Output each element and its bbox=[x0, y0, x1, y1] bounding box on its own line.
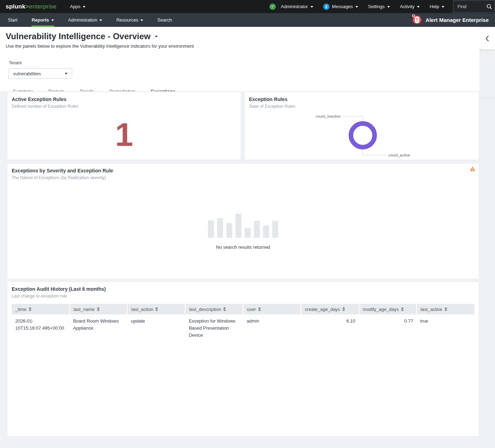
nav-item-administration-label: Administration bbox=[68, 17, 97, 23]
chevron-left-icon bbox=[485, 35, 489, 42]
callout-line bbox=[363, 149, 386, 155]
panel-title: Active Exception Rules bbox=[7, 92, 241, 102]
caret-down-icon bbox=[51, 19, 54, 21]
panel-title: Exceptions by Severity and Exception Rul… bbox=[7, 164, 479, 173]
panel-active-exception-rules: Active Exception Rules Defined number of… bbox=[7, 92, 241, 160]
empty-chart-icon bbox=[208, 214, 278, 238]
find-input[interactable] bbox=[453, 4, 484, 9]
nav-item-search[interactable]: Search bbox=[157, 13, 172, 27]
warning-triangle-icon[interactable] bbox=[470, 166, 475, 173]
settings-menu[interactable]: Settings bbox=[363, 0, 395, 13]
caret-down-icon bbox=[387, 6, 390, 8]
app-identity[interactable]: Alert Manager Enterprise bbox=[412, 13, 489, 27]
column-header-time[interactable]: _time bbox=[12, 304, 70, 314]
caret-down-icon bbox=[99, 19, 102, 21]
logo-product-text: enterprise bbox=[29, 3, 57, 10]
collapse-panel-button[interactable] bbox=[479, 28, 495, 49]
panel-exception-audit-history: Exception Audit History (Last 6 months) … bbox=[7, 282, 479, 437]
cell-last-description: Exception for Windows Based Presentation… bbox=[185, 314, 243, 342]
caret-down-icon bbox=[140, 19, 143, 21]
page-header: Vulnerability Intelligence - Overview Us… bbox=[0, 27, 479, 99]
alert-manager-logo-icon bbox=[412, 14, 422, 26]
cell-last-name: Board Room Windows Appliance bbox=[70, 314, 128, 342]
callout-line bbox=[343, 116, 363, 121]
sort-icon bbox=[342, 307, 345, 311]
activity-menu-label: Activity bbox=[400, 4, 414, 9]
title-menu-caret-icon[interactable] bbox=[155, 36, 158, 37]
logo-gt-text: > bbox=[25, 3, 29, 10]
cell-user: admin bbox=[243, 314, 301, 342]
nav-item-administration[interactable]: Administration bbox=[68, 13, 102, 27]
donut-chart: count_inactive count_active bbox=[245, 106, 479, 160]
panel-subtitle: Last change to exception rule bbox=[7, 292, 479, 299]
caret-down-icon bbox=[442, 6, 444, 8]
health-check-icon[interactable]: ✓ bbox=[269, 4, 276, 10]
nav-item-resources-label: Resources bbox=[116, 17, 138, 23]
panel-subtitle: Defined number of Exception Rules bbox=[7, 102, 241, 109]
column-header-user[interactable]: user bbox=[243, 304, 301, 314]
cell-create-age-days: 6.10 bbox=[301, 314, 359, 342]
help-menu[interactable]: Help bbox=[425, 0, 449, 13]
logo-splunk-text: splunk bbox=[6, 3, 25, 10]
sort-icon bbox=[401, 307, 404, 311]
column-header-last-description[interactable]: last_description bbox=[185, 304, 243, 314]
panel-title: Exception Audit History (Last 6 months) bbox=[7, 282, 479, 292]
tenant-select-value: vulnerabilities bbox=[13, 71, 41, 76]
administrator-menu[interactable]: Administrator bbox=[276, 0, 318, 13]
column-header-last-name[interactable]: last_name bbox=[70, 304, 128, 314]
nav-item-search-label: Search bbox=[157, 17, 172, 23]
panel-exceptions-by-severity: Exceptions by Severity and Exception Rul… bbox=[7, 163, 479, 279]
app-navigation-bar: Start Reports Administration Resources S… bbox=[0, 13, 495, 27]
empty-results-message: No search results returned bbox=[216, 244, 270, 250]
search-icon[interactable] bbox=[484, 4, 495, 10]
panel-title: Exception Rules bbox=[245, 92, 479, 102]
caret-down-icon bbox=[310, 6, 313, 8]
panel-exception-rules: Exception Rules State of Exception Rules… bbox=[244, 92, 479, 160]
settings-menu-label: Settings bbox=[368, 4, 385, 9]
donut-ring-count-active[interactable] bbox=[351, 124, 375, 147]
apps-menu-label: Apps bbox=[70, 4, 81, 9]
activity-menu[interactable]: Activity bbox=[395, 0, 425, 13]
column-header-last-active[interactable]: last_active bbox=[417, 304, 474, 314]
sort-icon bbox=[97, 307, 100, 311]
nav-item-resources[interactable]: Resources bbox=[116, 13, 143, 27]
nav-item-reports-label: Reports bbox=[31, 17, 49, 23]
tenant-label: Tenant bbox=[0, 49, 479, 65]
sort-icon bbox=[29, 307, 31, 311]
audit-table-header-row: _time last_name last_action last_descrip… bbox=[12, 304, 474, 314]
app-name: Alert Manager Enterprise bbox=[426, 17, 489, 23]
column-header-modify-age-days[interactable]: modify_age_days bbox=[359, 304, 417, 314]
help-menu-label: Help bbox=[430, 4, 439, 9]
panel-subtitle: The Nature of Exceptions (by Realization… bbox=[7, 173, 479, 180]
audit-table: _time last_name last_action last_descrip… bbox=[12, 304, 474, 342]
caret-down-icon bbox=[65, 73, 68, 75]
find-search-box bbox=[453, 0, 495, 13]
nav-item-start-label: Start bbox=[8, 17, 17, 23]
column-header-last-action[interactable]: last_action bbox=[127, 304, 185, 314]
single-value-number[interactable]: 1 bbox=[115, 118, 133, 151]
caret-down-icon bbox=[355, 6, 358, 8]
sort-icon bbox=[444, 307, 447, 311]
cell-modify-age-days: 0.77 bbox=[359, 314, 417, 342]
tenant-select[interactable]: vulnerabilities bbox=[8, 68, 72, 79]
page-title: Vulnerability Intelligence - Overview bbox=[6, 31, 151, 41]
apps-menu[interactable]: Apps bbox=[65, 0, 91, 13]
nav-item-start[interactable]: Start bbox=[8, 13, 17, 27]
page-description: Use the panels below to explore the Vuln… bbox=[0, 41, 479, 49]
messages-menu-label: Messages bbox=[332, 4, 353, 9]
sort-icon bbox=[223, 307, 226, 311]
cell-last-action: update bbox=[127, 314, 185, 342]
messages-menu[interactable]: 2 Messages bbox=[318, 0, 363, 13]
table-row: 2026-01-10T15:16:07.495+00:00 Board Room… bbox=[12, 314, 474, 342]
splunk-topbar: splunk>enterprise Apps ✓ Administrator 2… bbox=[0, 0, 495, 13]
cell-last-active: true bbox=[417, 314, 474, 342]
nav-item-reports[interactable]: Reports bbox=[31, 13, 54, 27]
donut-label-count-active: count_active bbox=[388, 153, 410, 157]
administrator-menu-label: Administrator bbox=[281, 4, 308, 9]
messages-count-badge: 2 bbox=[323, 4, 330, 10]
column-header-create-age-days[interactable]: create_age_days bbox=[301, 304, 359, 314]
splunk-logo[interactable]: splunk>enterprise bbox=[6, 3, 57, 10]
sort-icon bbox=[258, 307, 261, 311]
caret-down-icon bbox=[83, 6, 86, 8]
caret-down-icon bbox=[417, 6, 420, 8]
